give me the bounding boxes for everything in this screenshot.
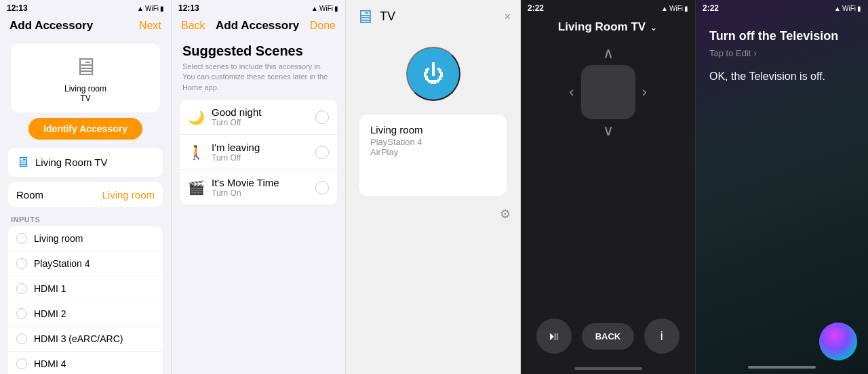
scene-radio[interactable] [315,181,329,194]
back-remote-button[interactable]: BACK [582,323,635,350]
status-icons-5: ▲ WiFi ▮ [834,5,861,12]
battery-icon: ▮ [857,5,861,12]
play-pause-button[interactable]: ⏯ [536,318,572,354]
status-time-4: 2:22 [528,3,544,13]
info-icon: i [660,329,663,344]
battery-icon: ▮ [684,5,688,12]
gear-icon[interactable]: ⚙ [500,207,511,222]
signal-icon: ▲ [661,5,668,12]
nav-up-button[interactable]: ∧ [603,45,614,62]
input-sel-ps4: PlayStation 4 [370,137,496,147]
scene-radio[interactable] [315,110,329,124]
input-list: Living room PlayStation 4 HDMI 1 HDMI 2 … [8,226,163,374]
next-button[interactable]: Next [139,20,161,32]
radio-circle[interactable] [16,358,27,369]
battery-icon: ▮ [334,5,338,12]
scene-name: I'm leaving [212,142,260,153]
up-arrow-icon: ∧ [603,45,614,62]
radio-circle[interactable] [16,283,27,294]
siri-tap-edit[interactable]: Tap to Edit › [709,48,854,58]
home-indicator [574,367,642,370]
scenes-title: Suggested Scenes [172,37,345,62]
status-time-1: 12:13 [7,3,28,13]
list-item[interactable]: Living room [8,226,163,251]
siri-content: Turn off the Television Tap to Edit › OK… [696,15,868,366]
signal-icon: ▲ [834,5,841,12]
radio-circle[interactable] [16,258,27,269]
scene-item-movietime[interactable]: 🎬 It's Movie Time Turn On [180,170,337,205]
panel-tv-control: 🖥 TV × ⏻ Living room PlayStation 4 AirPl… [346,0,521,374]
nav-down-button[interactable]: ∨ [603,122,614,140]
power-symbol: ⏻ [422,62,444,87]
radio-circle[interactable] [16,233,27,244]
scene-left: 🌙 Good night Turn Off [188,106,261,127]
tv-header-label: TV [380,9,395,24]
close-button[interactable]: × [505,11,511,23]
tv-icon: 🖥 [73,53,98,81]
panel-add-accessory-scenes: 12:13 ▲ WiFi ▮ Back Add Accessory Done S… [172,0,346,374]
nav-right-button[interactable]: › [642,83,647,101]
scene-list: 🌙 Good night Turn Off 🚶 I'm leaving Turn… [180,100,337,205]
battery-icon: ▮ [160,5,164,12]
tv-header: 🖥 TV [355,5,395,28]
scene-action: Turn On [212,188,279,198]
nav-left-button[interactable]: ‹ [569,83,574,101]
radio-circle[interactable] [16,333,27,344]
nav-bar-2: Back Add Accessory Done [172,15,345,37]
list-item[interactable]: HDMI 3 (eARC/ARC) [8,327,163,352]
list-item[interactable]: HDMI 2 [8,302,163,327]
done-button[interactable]: Done [310,20,336,32]
input-sel-room: Living room [370,124,496,136]
siri-orb-inner [819,323,857,360]
device-row[interactable]: 🖥 Living Room TV [8,148,163,177]
room-row[interactable]: Room Living room [8,182,163,207]
remote-header: Living Room TV ⌄ [521,15,695,38]
accessory-name: Living roomTV [64,84,106,103]
back-button[interactable]: Back [181,20,205,32]
scene-radio[interactable] [315,146,329,159]
status-time-2: 12:13 [178,3,199,13]
scene-name: It's Movie Time [212,177,279,188]
chevron-down-icon[interactable]: ⌄ [650,22,658,33]
list-item[interactable]: HDMI 1 [8,276,163,302]
home-indicator-light [748,366,816,369]
status-icons-1: ▲ WiFi ▮ [137,5,164,12]
status-icons-4: ▲ WiFi ▮ [661,5,688,12]
power-button[interactable]: ⏻ [406,47,460,101]
scene-item-goodnight[interactable]: 🌙 Good night Turn Off [180,100,337,135]
moon-icon: 🌙 [188,109,205,125]
left-arrow-icon: ‹ [569,83,574,100]
page-title-2: Add Accessory [216,19,299,33]
siri-orb[interactable] [819,323,857,360]
leave-icon: 🚶 [188,144,205,161]
radio-circle[interactable] [16,308,27,319]
scene-action: Turn Off [212,118,261,127]
device-tv-icon: 🖥 [16,154,30,170]
tap-to-edit-arrow: › [753,48,756,58]
nav-mid-row: ‹ › [569,65,647,119]
scene-name: Good night [212,106,261,118]
identify-accessory-button[interactable]: Identify Accessory [28,118,142,140]
status-bar-5: 2:22 ▲ WiFi ▮ [696,0,868,15]
wifi-icon: WiFi [842,5,856,12]
remote-title: Living Room TV [558,20,646,34]
nav-center-button[interactable] [581,65,635,119]
wifi-icon: WiFi [145,5,159,12]
suggested-scenes-title: Suggested Scenes [182,43,334,59]
input-selector[interactable]: Living room PlayStation 4 AirPlay [359,115,507,196]
siri-response: OK, the Television is off. [709,69,854,84]
page-title-1: Add Accessory [9,19,93,33]
signal-icon: ▲ [311,5,318,12]
scene-text: I'm leaving Turn Off [212,142,260,163]
info-button[interactable]: i [644,318,679,354]
status-time-5: 2:22 [703,3,719,13]
list-item[interactable]: PlayStation 4 [8,251,163,276]
list-item[interactable]: HDMI 4 [8,352,163,374]
inputs-section-header: INPUTS [0,213,171,226]
scene-item-leaving[interactable]: 🚶 I'm leaving Turn Off [180,135,337,170]
input-name: PlayStation 4 [34,258,90,269]
remote-navigation: ∧ ‹ › ∨ [521,38,695,310]
power-area: ⏻ [346,33,520,108]
panel-remote-control: 2:22 ▲ WiFi ▮ Living Room TV ⌄ ∧ ‹ › ∨ ⏯ [521,0,696,374]
room-value: Living room [102,189,155,201]
